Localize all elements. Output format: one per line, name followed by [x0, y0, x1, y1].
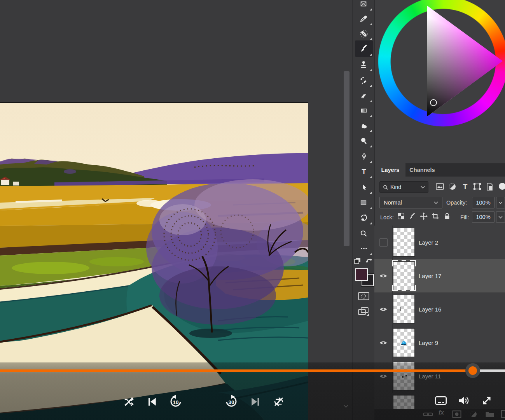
scroll-down-chevron-icon[interactable]: [343, 404, 349, 408]
filter-toggle[interactable]: [499, 183, 505, 190]
eraser-tool-button[interactable]: [355, 89, 373, 103]
fill-value: 100%: [476, 214, 490, 220]
lock-all-icon[interactable]: [443, 212, 451, 220]
visibility-toggle[interactable]: [374, 226, 393, 259]
layer-row-layer-2[interactable]: Layer 2: [374, 226, 505, 259]
fullscreen-button[interactable]: [480, 394, 493, 407]
fill-dropdown-button[interactable]: [496, 211, 505, 223]
zoom-tool-button[interactable]: [355, 226, 373, 241]
previous-button[interactable]: [146, 395, 159, 408]
rotate-view-tool-button[interactable]: [355, 211, 373, 226]
pixel-layer-filter-icon[interactable]: [435, 182, 445, 191]
type-tool-button[interactable]: T: [355, 164, 373, 179]
history-brush-tool-button[interactable]: [355, 73, 373, 88]
lock-transparency-icon[interactable]: [397, 212, 405, 220]
layer-row-layer-9[interactable]: Layer 9: [374, 326, 505, 360]
shape-layer-filter-icon[interactable]: [473, 182, 482, 191]
visibility-toggle[interactable]: [374, 359, 393, 393]
opacity-label: Opacity:: [446, 200, 467, 206]
lock-artboard-icon[interactable]: [432, 212, 439, 220]
frame-icon: [360, 0, 368, 9]
volume-icon: [458, 395, 470, 406]
layer-name[interactable]: Layer 17: [419, 273, 441, 279]
history-brush-icon: [360, 76, 368, 85]
type-layer-filter-icon[interactable]: T: [461, 182, 470, 191]
quick-mask-icon[interactable]: [358, 292, 370, 301]
captions-button[interactable]: [434, 394, 447, 407]
opacity-value-field[interactable]: 100%: [472, 197, 495, 208]
eraser-icon: [360, 92, 368, 100]
rectangle-tool-button[interactable]: [355, 196, 373, 210]
layer-thumbnail[interactable]: [393, 295, 414, 323]
foreground-color-swatch[interactable]: [355, 268, 368, 281]
search-icon: [383, 185, 388, 190]
eye-icon: [379, 273, 387, 278]
link-layers-icon[interactable]: [423, 410, 433, 418]
eyedropper-tool-button[interactable]: [355, 12, 373, 26]
saturation-triangle[interactable]: [373, 0, 505, 140]
volume-button[interactable]: [457, 394, 470, 407]
opacity-dropdown-button[interactable]: [496, 197, 505, 208]
tab-layers[interactable]: Layers: [375, 163, 405, 177]
layer-name[interactable]: Layer 2: [419, 239, 438, 246]
pen-tool-button[interactable]: [355, 149, 373, 164]
new-adjustment-layer-icon[interactable]: [470, 410, 477, 418]
rewind-10-icon: 10: [169, 395, 182, 408]
path-select-tool-button[interactable]: [355, 180, 373, 195]
visibility-toggle[interactable]: [374, 259, 393, 292]
lock-label: Lock:: [380, 214, 394, 220]
lock-paint-icon[interactable]: [409, 212, 416, 220]
video-progress-filled[interactable]: [0, 369, 473, 372]
next-button[interactable]: [248, 395, 262, 408]
gradient-tool-button[interactable]: [355, 103, 373, 118]
add-layer-mask-icon[interactable]: [452, 410, 461, 418]
layer-row-layer-16[interactable]: Layer 16: [374, 292, 505, 326]
shuffle-off-button[interactable]: [122, 395, 136, 408]
chevron-down-icon: [498, 201, 503, 204]
default-colors-icon[interactable]: [354, 257, 361, 264]
dodge-tool-button[interactable]: [355, 134, 373, 149]
adjustment-layer-filter-icon[interactable]: [448, 182, 457, 191]
lock-position-icon[interactable]: [420, 212, 428, 220]
new-layer-icon[interactable]: [501, 410, 505, 418]
scrubber-handle[interactable]: [468, 366, 477, 375]
more-tools-button[interactable]: [355, 242, 373, 256]
painting-canvas[interactable]: [0, 103, 308, 420]
layer-name[interactable]: Layer 9: [419, 340, 438, 346]
smudge-tool-button[interactable]: [355, 118, 373, 133]
repeat-off-button[interactable]: [272, 395, 285, 408]
spot-healing-tool-button[interactable]: [355, 26, 373, 41]
visibility-toggle[interactable]: [374, 292, 393, 326]
forward-30-button[interactable]: 30: [225, 395, 238, 408]
tab-channels-label: Channels: [409, 167, 435, 173]
smart-object-filter-icon[interactable]: [485, 182, 495, 191]
layer-name[interactable]: Layer 16: [419, 306, 441, 313]
canvas-scrollbar[interactable]: [344, 71, 349, 246]
layer-effects-button[interactable]: fx: [439, 409, 444, 416]
layer-name[interactable]: Layer 11: [419, 373, 441, 380]
frame-tool-button[interactable]: [355, 0, 373, 12]
swap-colors-icon[interactable]: [366, 257, 373, 264]
blend-mode-dropdown[interactable]: Normal: [379, 197, 442, 208]
new-group-icon[interactable]: [485, 410, 495, 418]
layer-row-layer-17[interactable]: Layer 17: [374, 259, 505, 293]
photoshop-window: { "app": {"description": "Photoshop dark…: [0, 0, 505, 420]
layer-thumbnail[interactable]: [393, 228, 414, 256]
brush-tool-button[interactable]: [355, 40, 373, 57]
fill-value-field[interactable]: 100%: [472, 211, 495, 223]
visibility-toggle[interactable]: [374, 326, 393, 359]
pen-icon: [360, 152, 368, 161]
previous-icon: [147, 396, 158, 408]
layer-filter-dropdown[interactable]: Kind: [379, 181, 428, 193]
gradient-icon: [360, 107, 368, 115]
fullscreen-icon: [481, 395, 493, 406]
screen-mode-icon[interactable]: [358, 306, 370, 317]
layer-thumbnail[interactable]: [393, 362, 414, 390]
dodge-icon: [360, 137, 368, 145]
layer-row-layer-11[interactable]: Layer 11: [374, 359, 505, 393]
transform-corner: [392, 285, 398, 291]
rewind-10-button[interactable]: 10: [169, 395, 182, 408]
tab-channels[interactable]: Channels: [405, 163, 439, 177]
bandage-icon: [360, 30, 368, 38]
clone-stamp-tool-button[interactable]: [355, 58, 373, 72]
